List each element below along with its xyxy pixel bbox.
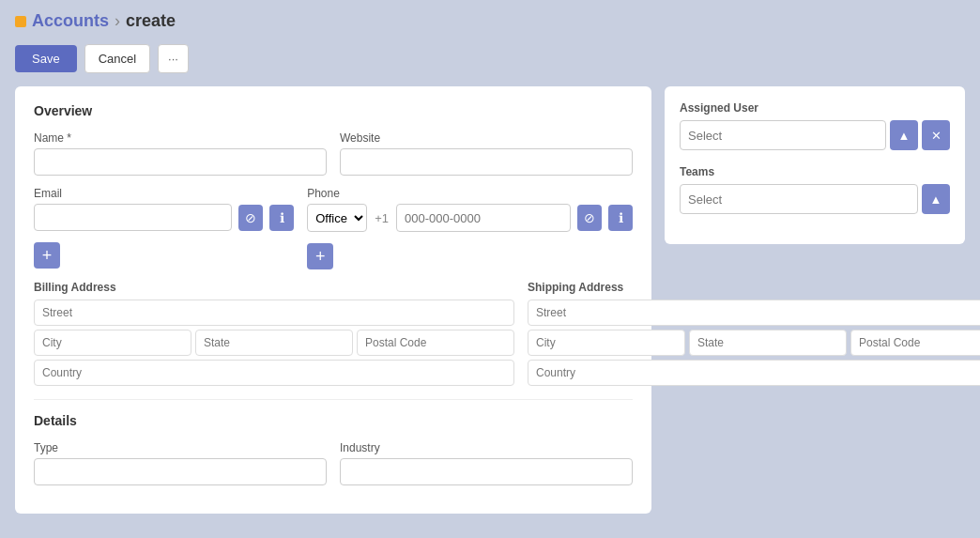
email-input-row: ⊘ ℹ [34,204,294,231]
main-layout: Overview Name * Website Email ⊘ ℹ [15,86,965,514]
assigned-user-label: Assigned User [680,101,950,115]
teams-row: ▲ [680,184,950,214]
teams-section: Teams ▲ [680,165,950,214]
teams-label: Teams [680,165,950,178]
email-info-button[interactable]: ℹ [269,205,294,231]
shipping-country-input[interactable] [528,360,980,386]
address-columns: Billing Address Shippi [34,281,633,386]
billing-street-row [34,300,514,326]
shipping-country-row [528,360,980,386]
billing-city-input[interactable] [34,330,191,356]
phone-label: Phone [307,187,633,200]
overview-title: Overview [34,103,633,118]
email-group: Email ⊘ ℹ + [34,187,294,269]
phone-input[interactable] [396,204,571,232]
assigned-user-expand-button[interactable]: ▲ [890,120,918,150]
teams-expand-button[interactable]: ▲ [922,184,950,214]
type-label: Type [34,441,327,454]
billing-country-row [34,360,514,386]
phone-country-code: +1 [371,211,392,225]
billing-address-grid [34,300,514,386]
website-input[interactable] [340,148,633,176]
industry-group: Industry [340,441,633,485]
website-group: Website [340,131,633,176]
main-card: Overview Name * Website Email ⊘ ℹ [15,86,651,514]
phone-input-row: Office +1 ⊘ ℹ [307,204,633,232]
assigned-user-section: Assigned User ▲ ✕ [680,101,950,150]
teams-input[interactable] [680,184,918,214]
assigned-user-row: ▲ ✕ [680,120,950,150]
type-group: Type [34,441,327,485]
more-button[interactable]: ··· [158,44,189,73]
add-phone-button[interactable]: + [307,243,333,269]
billing-city-state-row [34,330,514,356]
billing-street-input[interactable] [34,300,514,326]
breadcrumb-create: create [126,11,176,31]
shipping-address-label: Shipping Address [528,281,980,294]
phone-group: Phone Office +1 ⊘ ℹ + [307,187,633,269]
cancel-button[interactable]: Cancel [84,44,150,73]
details-title: Details [34,413,633,428]
name-label: Name * [34,131,327,145]
email-input[interactable] [34,204,232,231]
add-email-button[interactable]: + [34,242,60,269]
email-phone-row: Email ⊘ ℹ + Phone Office +1 [34,187,633,269]
industry-input[interactable] [340,458,633,485]
shipping-state-input[interactable] [689,330,847,356]
email-ban-button[interactable]: ⊘ [238,205,263,231]
save-button[interactable]: Save [15,45,77,72]
email-label: Email [34,187,294,200]
billing-address-label: Billing Address [34,281,514,294]
billing-country-input[interactable] [34,360,514,386]
breadcrumb-separator: › [115,11,120,31]
sidebar-card: Assigned User ▲ ✕ Teams ▲ [665,86,965,244]
phone-type-select[interactable]: Office [307,204,367,232]
breadcrumb-dot [15,16,26,27]
shipping-address-grid [528,300,980,386]
shipping-city-input[interactable] [528,330,685,356]
toolbar: Save Cancel ··· [15,44,965,73]
type-industry-row: Type Industry [34,441,633,485]
website-label: Website [340,131,633,145]
breadcrumb: Accounts › create [15,11,965,31]
billing-state-input[interactable] [195,330,353,356]
phone-info-button[interactable]: ℹ [608,205,633,231]
divider [34,399,633,400]
name-input[interactable] [34,148,327,176]
billing-postal-input[interactable] [357,330,514,356]
breadcrumb-accounts[interactable]: Accounts [32,11,109,31]
shipping-postal-input[interactable] [850,330,980,356]
billing-address-col: Billing Address [34,281,514,386]
shipping-city-state-row [528,330,980,356]
assigned-user-input[interactable] [680,120,886,150]
shipping-street-row [528,300,980,326]
phone-ban-button[interactable]: ⊘ [577,205,602,231]
assigned-user-clear-button[interactable]: ✕ [922,120,950,150]
industry-label: Industry [340,441,633,454]
type-input[interactable] [34,458,327,485]
shipping-street-input[interactable] [528,300,980,326]
name-website-row: Name * Website [34,131,633,176]
shipping-address-col: Shipping Address [528,281,980,386]
name-group: Name * [34,131,327,176]
